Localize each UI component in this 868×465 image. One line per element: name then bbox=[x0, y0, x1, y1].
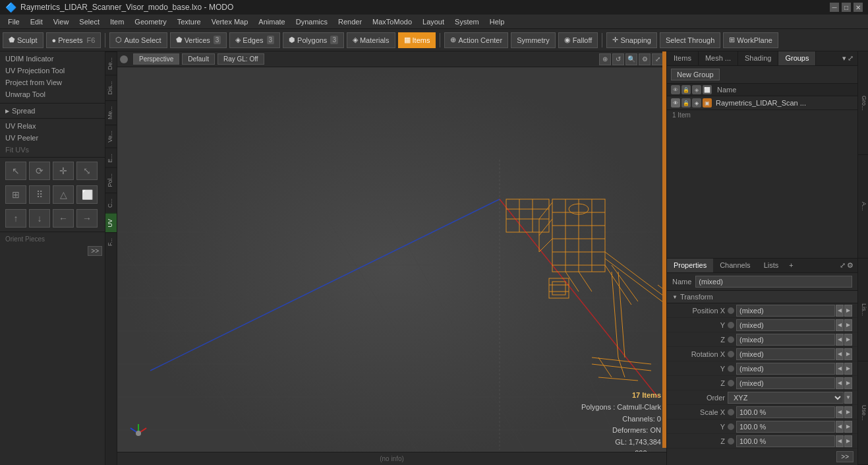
right-tab-items[interactable]: Items bbox=[667, 51, 699, 65]
icon-grid-view[interactable]: ⊞ bbox=[5, 185, 26, 204]
snapping-button[interactable]: ✛ Snapping bbox=[606, 32, 657, 48]
menu-geometry[interactable]: Geometry bbox=[129, 16, 171, 27]
menu-system[interactable]: System bbox=[449, 16, 484, 27]
position-y-right-arrow[interactable]: ▶ bbox=[844, 319, 852, 331]
lside-tab-de[interactable]: De... bbox=[105, 51, 117, 75]
rotation-y-input[interactable] bbox=[736, 363, 835, 375]
icon-move[interactable]: ↖ bbox=[5, 162, 26, 180]
rotation-z-right-arrow[interactable]: ▶ bbox=[844, 377, 852, 389]
viewport-canvas[interactable]: 17 Items Polygons : Catmull-Clark Channe… bbox=[117, 67, 666, 465]
position-z-dot[interactable] bbox=[728, 336, 734, 343]
icon-up-arrow[interactable]: ↑ bbox=[5, 209, 26, 228]
right-tab-expand[interactable]: ▾ ⤢ bbox=[838, 51, 857, 65]
orient-pieces-item[interactable]: Orient Pieces bbox=[0, 233, 105, 245]
rside-tab-a[interactable]: A... bbox=[858, 155, 868, 259]
viewport-ctrl-settings[interactable]: ⚙ bbox=[639, 53, 651, 65]
unwrap-tool-item[interactable]: Unwrap Tool bbox=[0, 88, 105, 100]
viewport-ctrl-orbit[interactable]: ⊕ bbox=[599, 53, 611, 65]
position-z-right-arrow[interactable]: ▶ bbox=[844, 334, 852, 346]
fit-uvs-item[interactable]: Fit UVs bbox=[0, 144, 105, 156]
scale-y-dot[interactable] bbox=[728, 423, 734, 430]
presets-button[interactable]: ● Presets F6 bbox=[46, 32, 101, 48]
group-row-1[interactable]: 👁 🔒 ◈ ▣ Raymetrics_LIDAR_Scan ... bbox=[667, 96, 857, 110]
viewport[interactable]: Perspective Default Ray GL: Off ⊕ ↺ 🔍 ⚙ … bbox=[117, 51, 666, 465]
icon-translate[interactable]: ✛ bbox=[53, 162, 74, 180]
menu-file[interactable]: File bbox=[3, 16, 25, 27]
expand-btn[interactable]: >> bbox=[88, 246, 102, 256]
position-y-dot[interactable] bbox=[728, 322, 734, 328]
auto-select-button[interactable]: ⬡ Auto Select bbox=[109, 32, 167, 48]
udim-indicator-item[interactable]: UDIM Indicator bbox=[0, 53, 105, 65]
menu-vertex-map[interactable]: Vertex Map bbox=[206, 16, 254, 27]
menu-help[interactable]: Help bbox=[484, 16, 510, 27]
edges-button[interactable]: ◈ Edges 3 bbox=[229, 32, 280, 48]
vertices-button[interactable]: ⬟ Vertices 3 bbox=[170, 32, 227, 48]
lside-tab-me[interactable]: Me... bbox=[105, 100, 117, 125]
prop-tab-properties[interactable]: Properties bbox=[667, 259, 713, 272]
menu-render[interactable]: Render bbox=[333, 16, 367, 27]
right-tab-groups[interactable]: Groups bbox=[778, 51, 816, 65]
rotation-x-input[interactable] bbox=[736, 348, 835, 360]
menu-animate[interactable]: Animate bbox=[253, 16, 290, 27]
position-y-input[interactable] bbox=[736, 319, 835, 331]
scale-y-input[interactable] bbox=[736, 421, 835, 433]
scale-y-right-arrow[interactable]: ▶ bbox=[844, 421, 852, 433]
rotation-y-dot[interactable] bbox=[728, 365, 734, 372]
icon-rotate-2d[interactable]: ⟳ bbox=[29, 162, 50, 180]
position-z-input[interactable] bbox=[736, 334, 835, 346]
icon-right-arrow[interactable]: → bbox=[76, 209, 98, 228]
group-lock-icon[interactable]: 🔒 bbox=[681, 98, 691, 108]
rotation-x-left-arrow[interactable]: ◀ bbox=[836, 348, 844, 360]
group-render-icon[interactable]: ◈ bbox=[692, 98, 701, 108]
scale-x-input[interactable] bbox=[736, 406, 835, 418]
rside-tab-lis[interactable]: Lis... bbox=[858, 259, 868, 362]
menu-edit[interactable]: Edit bbox=[25, 16, 48, 27]
prop-tab-expand[interactable]: ⤢ ⚙ bbox=[836, 259, 857, 272]
prop-tab-channels[interactable]: Channels bbox=[713, 259, 757, 272]
scale-x-left-arrow[interactable]: ◀ bbox=[836, 406, 844, 418]
prop-tab-add[interactable]: + bbox=[785, 259, 797, 272]
menu-layout[interactable]: Layout bbox=[417, 16, 449, 27]
position-z-left-arrow[interactable]: ◀ bbox=[836, 334, 844, 346]
rotation-z-left-arrow[interactable]: ◀ bbox=[836, 377, 844, 389]
prop-tab-lists[interactable]: Lists bbox=[757, 259, 786, 272]
lside-tab-c[interactable]: C... bbox=[105, 193, 117, 213]
scale-z-input[interactable] bbox=[736, 435, 835, 447]
icon-triangle[interactable]: △ bbox=[53, 185, 74, 204]
position-y-left-arrow[interactable]: ◀ bbox=[836, 319, 844, 331]
uv-relax-item[interactable]: UV Relax bbox=[0, 120, 105, 132]
project-from-view-item[interactable]: Project from View bbox=[0, 77, 105, 88]
rside-tab-gro[interactable]: Gro... bbox=[858, 51, 868, 155]
prop-expand-button[interactable]: >> bbox=[836, 451, 854, 462]
scale-x-dot[interactable] bbox=[728, 409, 734, 416]
right-tab-shading[interactable]: Shading bbox=[738, 51, 778, 65]
icon-down-arrow[interactable]: ↓ bbox=[29, 209, 50, 228]
position-x-input[interactable] bbox=[736, 305, 835, 317]
lside-tab-ve[interactable]: Ve... bbox=[105, 125, 117, 148]
menu-dynamics[interactable]: Dynamics bbox=[291, 16, 333, 27]
scale-y-left-arrow[interactable]: ◀ bbox=[836, 421, 844, 433]
lside-tab-f[interactable]: F... bbox=[105, 232, 117, 251]
position-x-right-arrow[interactable]: ▶ bbox=[844, 305, 852, 317]
action-center-button[interactable]: ⊕ Action Center bbox=[444, 32, 508, 48]
materials-button[interactable]: ◈ Materials bbox=[347, 32, 395, 48]
name-input[interactable] bbox=[695, 276, 852, 288]
icon-scale[interactable]: ⤡ bbox=[76, 162, 98, 180]
order-select[interactable]: XYZ bbox=[728, 392, 844, 404]
menu-texture[interactable]: Texture bbox=[172, 16, 206, 27]
right-tab-mesh[interactable]: Mesh ... bbox=[699, 51, 738, 65]
rotation-z-dot[interactable] bbox=[728, 380, 734, 387]
order-arrow[interactable]: ▼ bbox=[844, 392, 852, 404]
scale-z-left-arrow[interactable]: ◀ bbox=[836, 435, 844, 447]
maximize-button[interactable]: □ bbox=[842, 3, 851, 12]
symmetry-button[interactable]: Symmetry bbox=[511, 32, 556, 48]
menu-select[interactable]: Select bbox=[74, 16, 105, 27]
lside-tab-dis[interactable]: Dis... bbox=[105, 75, 117, 100]
transform-section-header[interactable]: Transform bbox=[667, 291, 857, 303]
icon-box[interactable]: ⬜ bbox=[76, 185, 98, 204]
menu-item[interactable]: Item bbox=[105, 16, 129, 27]
viewport-tab-perspective[interactable]: Perspective bbox=[133, 53, 179, 65]
close-button[interactable]: ✕ bbox=[854, 3, 863, 12]
spread-header[interactable]: Spread bbox=[0, 105, 105, 117]
viewport-tab-default[interactable]: Default bbox=[182, 53, 215, 65]
